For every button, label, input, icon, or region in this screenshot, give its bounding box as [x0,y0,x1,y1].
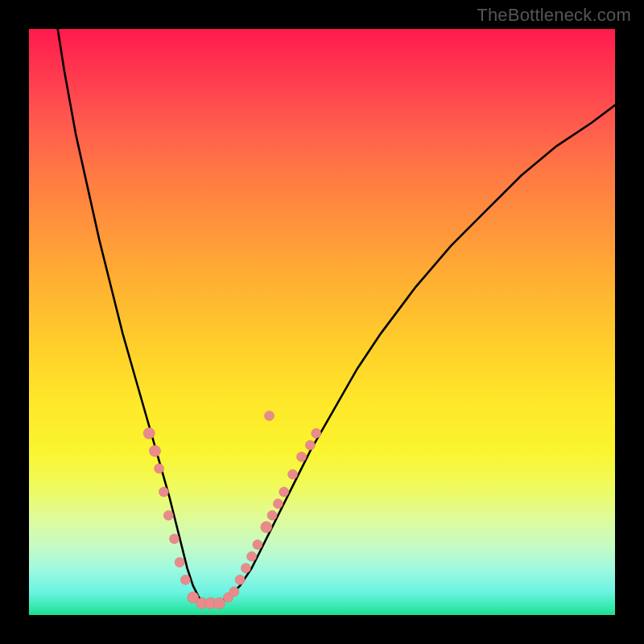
data-marker [159,487,168,497]
chart-svg [29,29,615,615]
data-marker [214,597,225,609]
data-marker [305,440,315,450]
data-marker [297,452,307,461]
data-marker [163,510,173,520]
data-marker [312,428,321,438]
data-marker [229,587,239,597]
bottleneck-curve [58,29,615,603]
chart-frame: TheBottleneck.com [0,0,644,644]
data-marker [261,522,272,533]
data-marker [279,487,289,497]
data-marker [247,551,257,561]
data-marker [253,540,262,550]
data-marker [175,558,184,568]
data-marker [143,427,155,439]
data-marker [241,564,250,573]
data-marker [170,534,180,543]
data-marker [265,411,275,421]
data-marker [288,469,298,479]
data-marker [273,499,283,509]
data-marker [267,510,277,520]
data-marker [235,575,245,584]
plot-area [29,29,615,615]
data-marker [180,575,190,584]
watermark-text: TheBottleneck.com [477,5,631,26]
data-marker [155,464,164,473]
data-marker [150,445,161,456]
data-markers [143,411,321,609]
